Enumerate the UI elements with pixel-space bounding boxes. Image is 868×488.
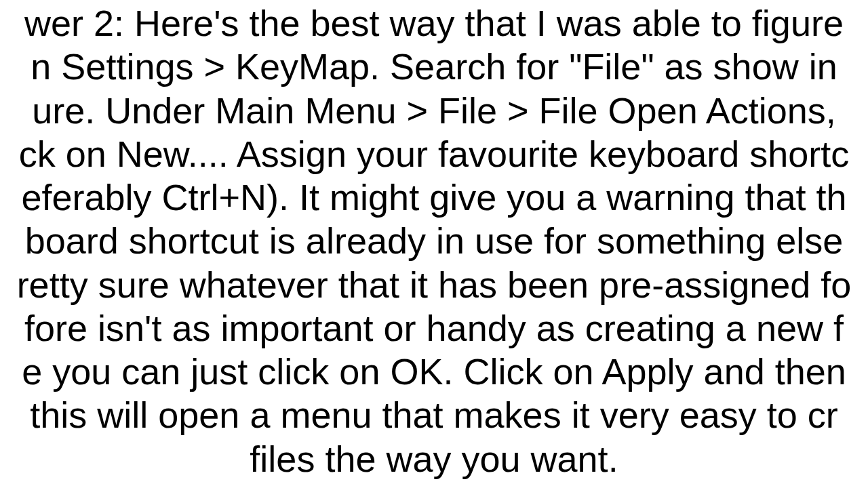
- answer-body-text: wer 2: Here's the best way that I was ab…: [0, 1, 868, 481]
